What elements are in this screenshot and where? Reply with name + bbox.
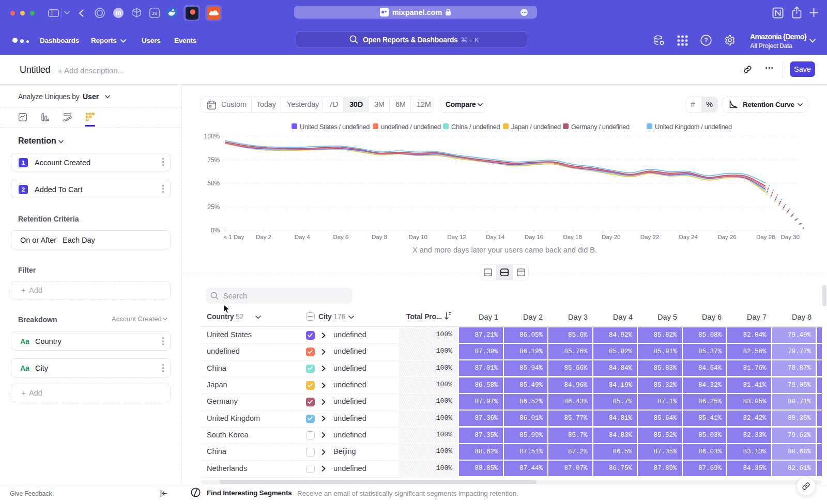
svg-text:Day 8: Day 8	[372, 234, 387, 240]
svg-text:50%: 50%	[207, 180, 220, 187]
svg-text:75%: 75%	[207, 156, 220, 164]
svg-text:Day 4: Day 4	[295, 234, 311, 240]
svg-text:?: ?	[704, 37, 708, 44]
svg-text:25%: 25%	[207, 203, 220, 211]
svg-text:0%: 0%	[211, 227, 220, 234]
svg-text:Day 26: Day 26	[717, 234, 736, 240]
svg-text:Day 20: Day 20	[602, 234, 620, 240]
svg-text:Day 12: Day 12	[447, 234, 466, 240]
svg-text:Day 28: Day 28	[756, 234, 775, 240]
svg-text:Day 30: Day 30	[781, 234, 800, 240]
svg-text:< 1 Day: < 1 Day	[223, 234, 244, 240]
svg-text:Day 6: Day 6	[333, 234, 348, 240]
svg-text:Day 2: Day 2	[256, 234, 271, 240]
svg-text:Day 24: Day 24	[679, 234, 698, 240]
svg-text:JS: JS	[152, 11, 158, 16]
svg-text:Day 22: Day 22	[640, 234, 659, 240]
svg-text:100%: 100%	[204, 133, 220, 140]
svg-text:Day 18: Day 18	[563, 234, 581, 240]
svg-text:Day 10: Day 10	[409, 234, 427, 240]
svg-text:Day 14: Day 14	[486, 234, 505, 240]
svg-text:Day 16: Day 16	[525, 234, 543, 240]
